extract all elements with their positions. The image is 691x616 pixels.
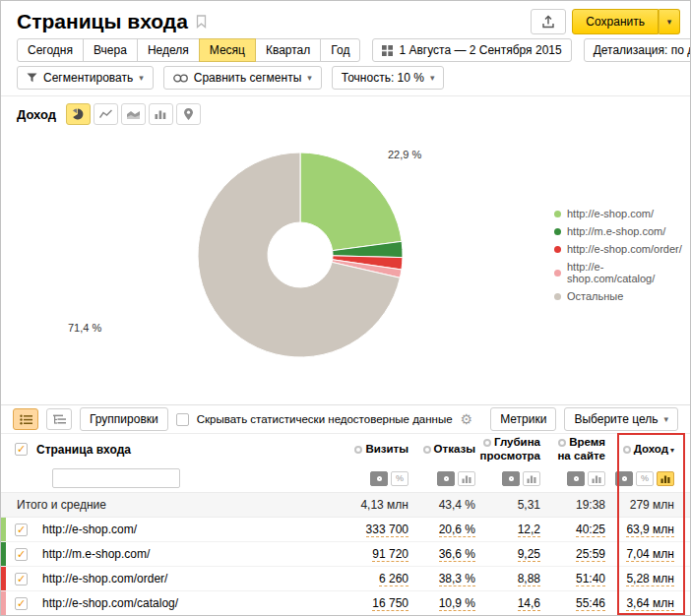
time-donut-toggle[interactable] bbox=[567, 471, 585, 486]
totals-row: Итого и средние 4,13 млн 43,4 % 5,31 19:… bbox=[1, 492, 690, 518]
metrics-button[interactable]: Метрики bbox=[490, 407, 556, 431]
cell-visits[interactable]: 16 750 bbox=[372, 596, 408, 611]
export-button[interactable] bbox=[531, 9, 566, 34]
groupings-button[interactable]: Группировки bbox=[80, 407, 168, 431]
tab-yesterday[interactable]: Вчера bbox=[83, 38, 138, 62]
cell-time[interactable]: 55:46 bbox=[576, 596, 605, 611]
bars-toggle-icon bbox=[592, 474, 601, 483]
depth-donut-toggle[interactable] bbox=[502, 471, 520, 486]
tab-week[interactable]: Неделя bbox=[137, 38, 200, 62]
accuracy-dropdown[interactable]: Точность: 10 % ▾ bbox=[332, 66, 445, 90]
tree-view-button[interactable] bbox=[46, 408, 72, 430]
cell-bounces[interactable]: 36,6 % bbox=[439, 547, 475, 562]
pie-segment[interactable] bbox=[300, 153, 402, 251]
compare-segments-button[interactable]: Сравнить сегменты ▾ bbox=[163, 66, 322, 90]
totals-bounces: 43,4 % bbox=[412, 498, 479, 512]
legend-item[interactable]: http://e-shop.com/ bbox=[554, 208, 690, 219]
bounces-donut-toggle[interactable] bbox=[437, 471, 455, 486]
bookmark-icon[interactable] bbox=[196, 15, 207, 29]
cell-visits[interactable]: 333 700 bbox=[366, 523, 408, 537]
time-bars-toggle[interactable] bbox=[588, 471, 605, 486]
row-checkbox[interactable]: ✓ bbox=[15, 548, 28, 561]
tab-quarter[interactable]: Квартал bbox=[255, 38, 321, 62]
row-url[interactable]: http://m.e-shop.com/ bbox=[42, 547, 150, 561]
table-toolbar: Группировки Скрывать статистически недос… bbox=[1, 405, 690, 433]
cell-depth[interactable]: 8,88 bbox=[518, 572, 540, 586]
save-split-button: Сохранить ▾ bbox=[572, 9, 680, 34]
revenue-donut-toggle[interactable] bbox=[615, 471, 633, 486]
segment-button[interactable]: Сегментировать ▾ bbox=[17, 66, 154, 90]
depth-bars-toggle[interactable] bbox=[523, 471, 540, 486]
row-checkbox[interactable]: ✓ bbox=[15, 524, 28, 536]
cell-bounces[interactable]: 20,6 % bbox=[439, 523, 475, 537]
tab-month[interactable]: Месяц bbox=[199, 38, 256, 62]
area-chart-type-button[interactable] bbox=[121, 103, 146, 125]
line-chart-type-button[interactable] bbox=[94, 103, 118, 125]
bar-chart-type-button[interactable] bbox=[149, 103, 173, 125]
donut-toggle-icon bbox=[574, 476, 579, 481]
column-depth[interactable]: Глубина просмотра bbox=[479, 436, 544, 462]
column-time-on-site[interactable]: Время на сайте bbox=[544, 436, 609, 462]
cell-bounces[interactable]: 10,9 % bbox=[439, 596, 475, 611]
row-checkbox[interactable]: ✓ bbox=[15, 573, 28, 585]
gear-icon[interactable]: ⚙ bbox=[461, 412, 473, 426]
chart-type-switcher bbox=[66, 103, 201, 125]
pie-chart-icon bbox=[72, 108, 84, 120]
row-url[interactable]: http://e-shop.com/ bbox=[42, 523, 137, 536]
column-revenue-sorted[interactable]: Доход▾ bbox=[609, 443, 678, 456]
hide-unreliable-checkbox[interactable] bbox=[176, 413, 189, 426]
row-url[interactable]: http://e-shop.com/order/ bbox=[42, 572, 167, 585]
flat-list-view-button[interactable] bbox=[13, 408, 38, 430]
donut-toggle-icon bbox=[377, 476, 382, 481]
cell-revenue[interactable]: 7,04 млн bbox=[626, 547, 674, 562]
map-chart-type-button[interactable] bbox=[176, 103, 201, 125]
cell-revenue[interactable]: 3,64 млн bbox=[626, 596, 674, 611]
cell-depth[interactable]: 12,2 bbox=[518, 523, 540, 537]
cell-depth[interactable]: 14,6 bbox=[518, 596, 540, 611]
totals-visits: 4,13 млн bbox=[342, 498, 412, 512]
column-entry-page[interactable]: Страница входа bbox=[36, 443, 342, 457]
legend-item[interactable]: http://m.e-shop.com/ bbox=[554, 225, 690, 237]
chevron-down-icon: ▾ bbox=[663, 415, 668, 424]
chart-metric-label: Доход bbox=[17, 107, 56, 122]
row-url[interactable]: http://e-shop.com/catalog/ bbox=[42, 596, 178, 610]
cell-time[interactable]: 51:40 bbox=[576, 572, 605, 586]
cell-time[interactable]: 40:25 bbox=[576, 523, 605, 537]
visits-percent-toggle[interactable]: % bbox=[391, 471, 408, 486]
bounces-bars-toggle[interactable] bbox=[458, 471, 475, 486]
column-visits[interactable]: Визиты bbox=[342, 443, 412, 456]
tab-today[interactable]: Сегодня bbox=[17, 38, 84, 62]
revenue-bars-toggle[interactable] bbox=[657, 471, 674, 486]
revenue-percent-toggle[interactable]: % bbox=[636, 471, 654, 486]
cell-visits[interactable]: 91 720 bbox=[372, 547, 408, 562]
save-dropdown-button[interactable]: ▾ bbox=[659, 9, 680, 34]
metric-donut-icon bbox=[483, 439, 491, 447]
pie-chart-type-button[interactable] bbox=[66, 103, 91, 125]
row-checkbox[interactable]: ✓ bbox=[15, 597, 28, 610]
revenue-donut-svg bbox=[64, 133, 497, 393]
save-button[interactable]: Сохранить bbox=[572, 9, 659, 34]
metric-donut-icon bbox=[354, 446, 362, 454]
date-range-button[interactable]: 1 Августа — 2 Сентября 2015 bbox=[372, 38, 571, 62]
cell-visits[interactable]: 6 260 bbox=[379, 572, 408, 586]
column-bounces[interactable]: Отказы bbox=[412, 443, 479, 456]
tab-year[interactable]: Год bbox=[320, 38, 360, 62]
cell-revenue[interactable]: 63,9 млн bbox=[626, 523, 674, 537]
goal-select-dropdown[interactable]: Выберите цель ▾ bbox=[564, 407, 678, 431]
export-icon bbox=[541, 15, 555, 29]
visits-donut-toggle[interactable] bbox=[370, 471, 388, 486]
entry-page-filter-input[interactable] bbox=[52, 468, 180, 488]
legend-dot bbox=[554, 293, 561, 300]
legend-item[interactable]: Остальные bbox=[554, 290, 690, 302]
detail-dropdown[interactable]: Детализация: по дням ▾ bbox=[584, 38, 691, 62]
cell-bounces[interactable]: 38,3 % bbox=[439, 572, 475, 586]
legend-item[interactable]: http://e-shop.com/catalog/ bbox=[554, 261, 690, 284]
cell-time[interactable]: 25:59 bbox=[576, 547, 605, 562]
select-all-checkbox[interactable]: ✓ bbox=[15, 443, 28, 456]
revenue-donut-chart: 22,9 % 71,4 % bbox=[64, 133, 497, 393]
cell-depth[interactable]: 9,25 bbox=[518, 547, 540, 562]
cell-revenue[interactable]: 5,28 млн bbox=[626, 572, 674, 586]
legend-item[interactable]: http://e-shop.com/order/ bbox=[554, 243, 690, 255]
table-row: ✓ http://e-shop.com/ 333 700 20,6 % 12,2… bbox=[1, 518, 690, 542]
donut-toggle-icon bbox=[622, 476, 627, 481]
